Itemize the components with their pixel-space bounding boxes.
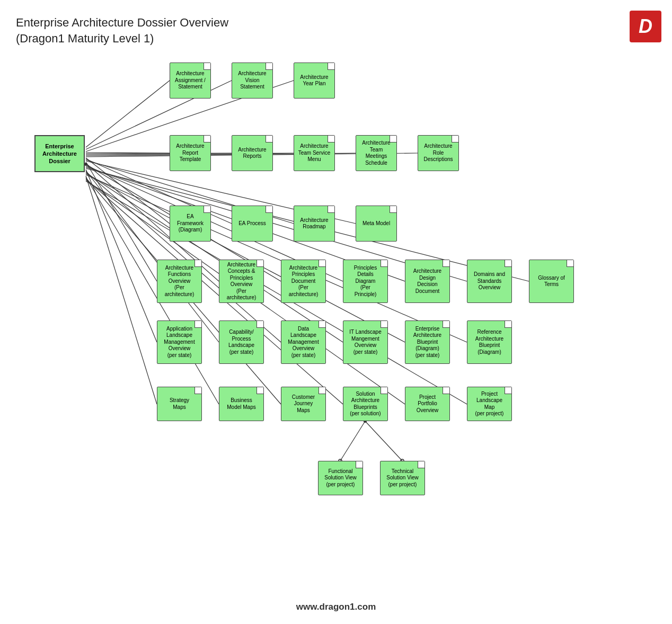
svg-line-23 xyxy=(86,174,405,342)
logo-icon: D xyxy=(630,11,661,42)
node-capability-landscape[interactable]: Capability/ Process Landscape (per state… xyxy=(219,320,264,364)
node-arch-team-svc[interactable]: Architecture Team Service Menu xyxy=(294,135,335,171)
node-arch-role[interactable]: Architecture Role Descriptions xyxy=(418,135,459,171)
node-app-landscape[interactable]: Application Landscape Management Overvie… xyxy=(157,320,202,364)
svg-line-12 xyxy=(86,162,157,281)
node-ref-blueprint[interactable]: Reference Architecture Blueprint (Diagra… xyxy=(467,320,512,364)
node-glossary[interactable]: Glossary of Terms xyxy=(529,260,574,303)
node-business-model[interactable]: Business Model Maps xyxy=(219,387,264,421)
node-customer-journey[interactable]: Customer Journey Maps xyxy=(281,387,326,421)
node-arch-team-mtg[interactable]: Architecture Team Meetings Schedule xyxy=(356,135,397,171)
connections-svg xyxy=(0,0,672,624)
node-meta-model[interactable]: Meta Model xyxy=(356,206,397,242)
node-arch-principles[interactable]: Architecture Principles Document (Per ar… xyxy=(281,260,326,303)
svg-line-19 xyxy=(86,170,157,342)
svg-line-0 xyxy=(86,81,170,147)
node-arch-year[interactable]: Architecture Year Plan xyxy=(294,63,335,99)
node-arch-design[interactable]: Architecture Design Decision Document xyxy=(405,260,450,303)
node-arch-reports[interactable]: Architecture Reports xyxy=(232,135,273,171)
ea-dossier-node[interactable]: Enterprise Architecture Dossier xyxy=(34,135,85,172)
node-project-portfolio[interactable]: Project Portfolio Overview xyxy=(405,387,450,421)
svg-line-24 xyxy=(86,175,467,342)
svg-line-8 xyxy=(86,158,170,224)
svg-line-32 xyxy=(365,421,402,461)
node-arch-roadmap[interactable]: Architecture Roadmap xyxy=(294,206,335,242)
node-solution-arch[interactable]: Solution Architecture Blueprints (per so… xyxy=(343,387,388,421)
svg-line-20 xyxy=(86,171,219,342)
node-ea-framework[interactable]: EA Framework (Diagram) xyxy=(170,206,211,242)
svg-line-3 xyxy=(86,153,170,153)
svg-line-31 xyxy=(340,421,365,461)
svg-line-22 xyxy=(86,173,343,342)
node-principles-details[interactable]: Principles Details Diagram (Per Principl… xyxy=(343,260,388,303)
node-it-landscape[interactable]: IT Landscape Mangement Overview (per sta… xyxy=(343,320,388,364)
node-arch-report-tpl[interactable]: Architecture Report Template xyxy=(170,135,211,171)
footer-url: www.dragon1.com xyxy=(296,602,376,612)
node-arch-vision[interactable]: Architecture Vision Statement xyxy=(232,63,273,99)
page-title: Enterprise Architecture Dossier Overview… xyxy=(16,15,228,46)
node-data-landscape[interactable]: Data Landscape Management Overview (per … xyxy=(281,320,326,364)
node-arch-func[interactable]: Architecture Functions Overview (Per arc… xyxy=(157,260,202,303)
node-technical-solution[interactable]: Technical Solution View (per project) xyxy=(380,461,425,495)
node-domains-standards[interactable]: Domains and Standards Overview xyxy=(467,260,512,303)
node-arch-assign[interactable]: Architecture Assignment / Statement xyxy=(170,63,211,99)
node-arch-concepts[interactable]: Architecture Concepts & Principles Overv… xyxy=(219,260,264,303)
node-ea-blueprint[interactable]: Enterprise Architecture Blueprint (Diagr… xyxy=(405,320,450,364)
svg-line-21 xyxy=(86,172,281,342)
svg-line-25 xyxy=(86,176,157,404)
node-strategy-maps[interactable]: Strategy Maps xyxy=(157,387,202,421)
node-ea-process[interactable]: EA Process xyxy=(232,206,273,242)
node-project-landscape[interactable]: Project Landscape Map (per project) xyxy=(467,387,512,421)
node-functional-solution[interactable]: Functional Solution View (per project) xyxy=(318,461,363,495)
